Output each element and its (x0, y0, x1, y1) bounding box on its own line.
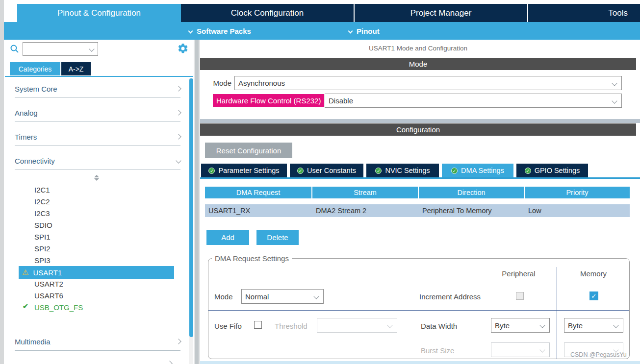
peripheral-usart1-selected[interactable]: USART1 (19, 266, 174, 279)
header-label: Mode (409, 60, 428, 68)
label-text: Hardware Flow Control (RS232) (216, 97, 321, 105)
bottom-scroll-strip[interactable] (200, 361, 640, 364)
peripheral-i2c1[interactable]: I2C1 (34, 184, 50, 196)
peripheral-i2c3[interactable]: I2C3 (34, 208, 50, 219)
list-resize-handle[interactable] (94, 175, 99, 181)
threshold-select[interactable] (317, 318, 397, 333)
increment-peripheral-checkbox[interactable] (516, 292, 524, 300)
tab-nvic-settings[interactable]: NVIC Settings (366, 164, 439, 177)
category-label: Multimedia (15, 338, 177, 346)
peripheral-usb-otg-fs[interactable]: USB_OTG_FS (34, 302, 83, 314)
tab-label: A->Z (69, 65, 84, 73)
tab-label: GPIO Settings (535, 167, 580, 174)
peripheral-usart2[interactable]: USART2 (34, 278, 63, 290)
button-label: Delete (267, 233, 288, 242)
cell-stream[interactable]: DMA2 Stream 2 (312, 204, 418, 217)
burst-size-label: Burst Size (421, 346, 454, 355)
software-packs-label: Software Packs (197, 27, 251, 35)
column-header-stream[interactable]: Stream (312, 187, 418, 198)
chevron-down-icon[interactable] (89, 46, 94, 51)
sidebar-item-analog[interactable]: Analog (15, 104, 180, 122)
triangle-down-icon (94, 178, 99, 181)
chevron-right-icon (167, 361, 172, 364)
page-left-scroll-strip[interactable] (0, 0, 4, 364)
sidebar-item-multimedia[interactable]: Multimedia (15, 333, 180, 351)
software-packs-menu[interactable]: Software Packs (189, 22, 251, 40)
delete-button[interactable]: Delete (256, 230, 299, 245)
peripheral-column-header: Peripheral (483, 269, 554, 278)
cell-dma-request[interactable]: USART1_RX (205, 204, 311, 217)
button-label: Reset Configuration (216, 146, 282, 155)
triangle-up-icon (94, 175, 99, 177)
selected-value: Normal (245, 292, 314, 301)
search-icon (10, 44, 20, 54)
watermark: CSDN @PegasusYu (570, 351, 627, 358)
gear-icon[interactable] (177, 43, 189, 54)
search-input[interactable] (23, 42, 98, 56)
tab-label: Clock Configuration (231, 8, 304, 18)
peripheral-spi1[interactable]: SPI1 (34, 231, 51, 243)
reset-configuration-button[interactable]: Reset Configuration (205, 143, 292, 158)
sidebar-item-timers[interactable]: Timers (15, 128, 180, 146)
column-header-direction[interactable]: Direction (419, 187, 524, 198)
pinout-menu[interactable]: Pinout (349, 22, 380, 40)
sidebar-item-system-core[interactable]: System Core (15, 80, 180, 98)
green-check-icon (23, 302, 28, 311)
peripheral-sdio[interactable]: SDIO (34, 219, 52, 231)
tab-pinout-configuration[interactable]: Pinout & Configuration (17, 4, 181, 22)
data-width-memory-select[interactable]: Byte (564, 318, 623, 333)
chevron-down-icon (176, 158, 181, 163)
tab-gpio-settings[interactable]: GPIO Settings (516, 164, 588, 177)
column-header-dma-request[interactable]: DMA Request (205, 187, 311, 198)
hardware-flow-control-label: Hardware Flow Control (RS232) (213, 94, 324, 107)
chevron-right-icon (176, 110, 181, 115)
ok-badge-icon (525, 168, 531, 174)
peripheral-spi2[interactable]: SPI2 (34, 243, 51, 255)
sidebar-item-connectivity[interactable]: Connectivity (15, 152, 180, 170)
chevron-down-icon (348, 28, 353, 33)
tab-parameter-settings[interactable]: Parameter Settings (201, 164, 287, 177)
dma-mode-select[interactable]: Normal (241, 289, 324, 304)
tab-label: NVIC Settings (385, 167, 430, 174)
tab-dma-settings[interactable]: DMA Settings (442, 164, 513, 177)
tab-project-manager[interactable]: Project Manager (354, 4, 527, 22)
tab-label: Project Manager (410, 8, 472, 18)
chevron-down-icon (539, 322, 545, 328)
sidebar-tab-a-to-z[interactable]: A->Z (61, 62, 91, 75)
peripheral-memory-divider (557, 267, 557, 359)
tab-user-constants[interactable]: User Constants (290, 164, 363, 177)
sidebar-scrollbar-thumb[interactable] (189, 78, 193, 337)
tab-clock-configuration[interactable]: Clock Configuration (181, 4, 354, 22)
category-label: Connectivity (15, 157, 177, 165)
cell-priority[interactable]: Low (525, 204, 630, 217)
sidebar-tab-categories[interactable]: Categories (10, 62, 60, 75)
data-width-peripheral-select[interactable]: Byte (491, 318, 550, 333)
selected-value: Byte (568, 321, 614, 330)
peripheral-spi3[interactable]: SPI3 (34, 255, 51, 267)
category-label: System Core (15, 85, 177, 93)
tab-tools[interactable]: Tools (527, 4, 640, 22)
panel-splitter-handle[interactable] (195, 40, 199, 364)
tab-label: User Constants (307, 167, 356, 174)
column-header-priority[interactable]: Priority (525, 187, 630, 198)
peripheral-label: USART1 (33, 268, 62, 277)
hardware-flow-control-select[interactable]: Disable (325, 94, 622, 108)
increment-memory-checkbox[interactable] (589, 291, 598, 300)
burst-size-peripheral-select[interactable] (491, 342, 550, 357)
mode-select[interactable]: Asynchronous (234, 76, 622, 90)
section-separator (200, 119, 640, 123)
add-button[interactable]: Add (206, 230, 249, 245)
tab-label: Categories (19, 65, 52, 73)
tab-label: Pinout & Configuration (57, 8, 141, 18)
selected-value: Asynchronous (238, 79, 613, 87)
threshold-label: Threshold (275, 322, 307, 330)
use-fifo-checkbox[interactable] (254, 321, 262, 329)
cell-direction[interactable]: Peripheral To Memory (419, 204, 524, 217)
warning-icon (22, 268, 28, 277)
ok-badge-icon (451, 168, 458, 174)
peripheral-i2c2[interactable]: I2C2 (34, 196, 50, 208)
ok-badge-icon (297, 168, 304, 174)
tab-label: DMA Settings (461, 167, 504, 174)
peripheral-usart6[interactable]: USART6 (34, 290, 63, 302)
chevron-down-icon (539, 347, 545, 352)
